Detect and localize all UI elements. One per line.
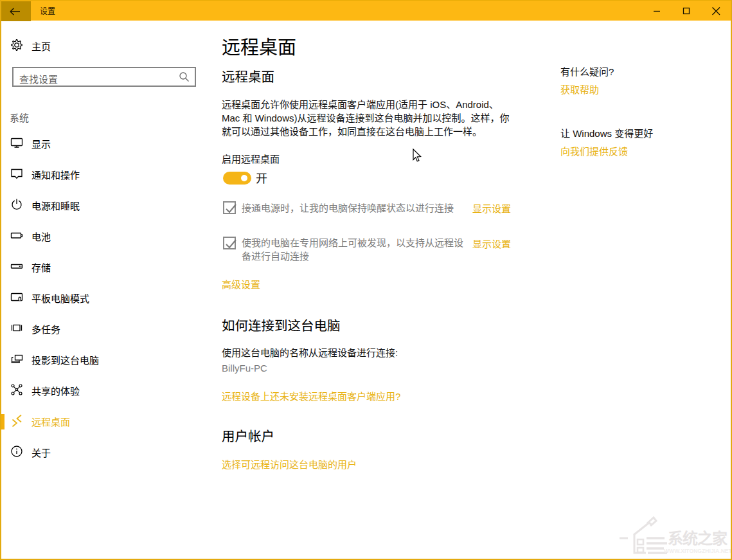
svg-text:WWW.XITONGZHIJIA.NET: WWW.XITONGZHIJIA.NET [664,548,731,554]
svg-text:系统之家: 系统之家 [668,530,728,547]
